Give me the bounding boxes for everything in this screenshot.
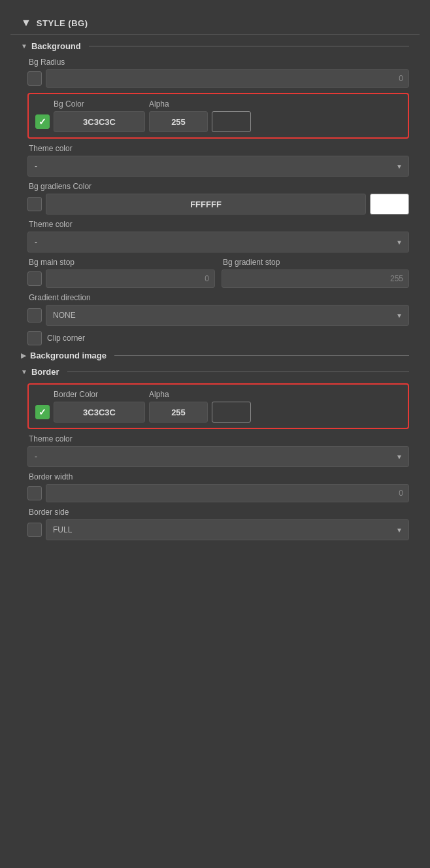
border-width-input[interactable] xyxy=(46,484,409,502)
bg-image-label: Background image xyxy=(30,351,107,360)
theme-color-1-select[interactable]: - xyxy=(27,156,409,177)
bg-color-highlighted-box: Bg Color Alpha xyxy=(27,93,409,139)
gradient-direction-select[interactable]: NONE xyxy=(46,305,409,326)
clip-corner-label: Clip corner xyxy=(47,334,85,343)
bg-radius-row xyxy=(27,69,409,88)
border-width-label: Border width xyxy=(29,472,409,481)
bg-color-row xyxy=(35,111,401,132)
bg-main-stop-row xyxy=(27,269,215,288)
border-theme-color-select[interactable]: - xyxy=(27,446,409,467)
border-divider xyxy=(67,372,409,372)
bg-main-stop-checkbox[interactable] xyxy=(27,271,42,286)
bg-gradients-color-label: Bg gradiens Color xyxy=(29,182,409,191)
background-collapse-icon[interactable]: ▼ xyxy=(21,43,27,50)
bg-radius-checkbox[interactable] xyxy=(27,71,42,86)
border-side-checkbox[interactable] xyxy=(27,523,42,537)
border-theme-color-row: - xyxy=(27,446,409,467)
border-alpha-col-label: Alpha xyxy=(149,390,208,399)
gradient-direction-checkbox[interactable] xyxy=(27,308,42,322)
gradient-direction-select-wrapper: NONE xyxy=(46,305,409,326)
border-color-checkbox[interactable] xyxy=(35,405,50,419)
bg-gradient-stop-row xyxy=(222,269,409,288)
clip-corner-row: Clip corner xyxy=(27,331,409,345)
gradient-direction-label: Gradient direction xyxy=(29,293,409,302)
bg-gradient-stop-label: Bg gradient stop xyxy=(223,258,409,267)
collapse-arrow-icon[interactable]: ▼ xyxy=(21,17,31,29)
theme-color-2-select[interactable]: - xyxy=(27,232,409,252)
bg-main-stop-input[interactable] xyxy=(46,269,215,288)
bg-gradients-color-row xyxy=(27,194,409,215)
background-divider xyxy=(89,46,409,46)
background-section-header: ▼ Background xyxy=(21,41,409,51)
border-color-alpha-input[interactable] xyxy=(149,402,208,423)
panel-header: ▼ STYLE (BG) xyxy=(10,8,420,35)
bg-color-hex-input[interactable] xyxy=(54,111,145,132)
border-subsection: Border Color Alpha Theme color - xyxy=(27,383,409,540)
bg-gradient-stop-col: Bg gradient stop xyxy=(222,258,409,288)
theme-color-1-label: Theme color xyxy=(29,144,409,153)
clip-corner-checkbox[interactable] xyxy=(27,331,42,345)
border-color-highlighted-box: Border Color Alpha xyxy=(27,383,409,429)
background-subsection: Bg Radius Bg Color Alpha Theme c xyxy=(27,58,409,345)
bg-image-collapse-icon[interactable]: ▶ xyxy=(21,352,26,359)
border-section-header: ▼ Border xyxy=(21,367,409,377)
gradient-direction-row: NONE xyxy=(27,305,409,326)
bg-main-stop-label: Bg main stop xyxy=(29,258,215,267)
bg-gradient-stop-input[interactable] xyxy=(222,269,409,288)
bg-image-section-header: ▶ Background image xyxy=(21,351,409,360)
border-theme-color-label: Theme color xyxy=(29,434,409,443)
panel-title: STYLE (BG) xyxy=(37,18,88,28)
border-side-label: Border side xyxy=(29,508,409,517)
bg-color-checkbox[interactable] xyxy=(35,114,50,129)
theme-color-2-label: Theme color xyxy=(29,220,409,229)
border-color-row xyxy=(35,402,401,423)
border-side-select[interactable]: FULL xyxy=(46,519,409,540)
bg-alpha-col-label: Alpha xyxy=(149,99,208,109)
border-color-col-labels: Border Color Alpha xyxy=(54,390,401,399)
bg-image-divider xyxy=(114,355,409,356)
border-color-col-label: Border Color xyxy=(54,390,145,399)
border-width-checkbox[interactable] xyxy=(27,486,42,500)
border-color-hex-input[interactable] xyxy=(54,402,145,423)
border-collapse-icon[interactable]: ▼ xyxy=(21,368,27,375)
theme-color-2-row: - xyxy=(27,232,409,252)
border-side-row: FULL xyxy=(27,519,409,540)
theme-color-2-select-wrapper: - xyxy=(27,232,409,252)
theme-color-1-select-wrapper: - xyxy=(27,156,409,177)
bg-color-col-label: Bg Color xyxy=(54,99,145,109)
bg-color-alpha-input[interactable] xyxy=(149,111,208,132)
bg-gradients-hex-input[interactable] xyxy=(46,194,366,215)
bg-radius-input[interactable] xyxy=(46,69,409,88)
theme-color-1-row: - xyxy=(27,156,409,177)
style-bg-panel: ▼ STYLE (BG) ▼ Background Bg Radius Bg C… xyxy=(0,0,430,553)
border-color-swatch[interactable] xyxy=(212,402,251,423)
border-side-select-wrapper: FULL xyxy=(46,519,409,540)
bg-radius-label: Bg Radius xyxy=(29,58,409,67)
bg-gradients-swatch[interactable] xyxy=(370,194,409,215)
border-theme-color-select-wrapper: - xyxy=(27,446,409,467)
bg-color-swatch[interactable] xyxy=(212,111,251,132)
bg-stops-row: Bg main stop Bg gradient stop xyxy=(27,258,409,288)
background-label: Background xyxy=(31,41,81,51)
bg-color-col-labels: Bg Color Alpha xyxy=(54,99,401,109)
border-width-row xyxy=(27,484,409,502)
border-label: Border xyxy=(31,367,59,377)
bg-main-stop-col: Bg main stop xyxy=(27,258,215,288)
bg-gradients-checkbox[interactable] xyxy=(27,197,42,211)
